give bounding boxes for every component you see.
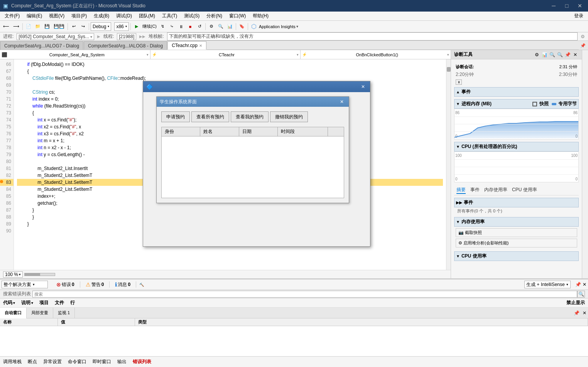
menu-analyze[interactable]: 分析(N): [203, 12, 225, 20]
status-breakpoints[interactable]: 断点: [28, 359, 37, 365]
diag-tab-events[interactable]: 事件: [470, 187, 480, 194]
status-output[interactable]: 输出: [117, 359, 127, 365]
maximize-button[interactable]: □: [562, 2, 572, 10]
menu-help[interactable]: 帮助(H): [250, 12, 272, 20]
menu-team[interactable]: 团队(M): [136, 12, 158, 20]
diag-pin-button[interactable]: 📌: [564, 51, 571, 58]
bottom-tab-auto[interactable]: 自动窗口: [0, 308, 27, 318]
status-error-list[interactable]: 错误列表: [133, 359, 151, 365]
scope-dropdown[interactable]: 整个解决方案 ▾: [2, 281, 48, 288]
diag-settings-button[interactable]: ⚙: [533, 51, 540, 58]
menu-debug[interactable]: 调试(D): [113, 12, 135, 20]
status-call-stack[interactable]: 调用堆栈: [3, 359, 22, 365]
forward-button[interactable]: ⟶: [12, 22, 21, 31]
toolbar-btn-9[interactable]: 📊: [226, 22, 234, 31]
back-button[interactable]: ⟵: [2, 22, 11, 31]
toolbar-btn-8[interactable]: 🔍: [216, 22, 225, 31]
apply-reservation-button[interactable]: 申请预约: [161, 111, 190, 122]
auto-window-close-button[interactable]: ✕: [581, 310, 588, 316]
restart-button[interactable]: ↺: [195, 22, 204, 31]
process-value[interactable]: [6952] Computer_Seat_Arg_Sys... ▾: [17, 33, 94, 40]
view-all-reservations-button[interactable]: 查看所有预约: [191, 111, 229, 122]
pin-button[interactable]: 📌: [579, 41, 587, 50]
stack-value[interactable]: 下面的框架可能不正确和/或缺失，没有方: [167, 32, 578, 40]
diag-chart-button[interactable]: 📊: [541, 51, 548, 58]
close-button[interactable]: ✕: [575, 2, 585, 10]
menu-build[interactable]: 生成(B): [91, 12, 112, 20]
diag-tab-memory[interactable]: 内存使用率: [484, 187, 507, 194]
code-scrollbar[interactable]: [446, 59, 451, 270]
function-dropdown[interactable]: ⚡ OnBnClickedButton1() ▾: [301, 50, 451, 59]
toolbar-btn-7[interactable]: ⚙: [207, 22, 216, 31]
scroll-thumb[interactable]: [24, 273, 55, 276]
outer-dialog-close-button[interactable]: ✕: [359, 83, 367, 90]
col-line[interactable]: 行: [70, 300, 75, 306]
diag-pause-button[interactable]: ⏸: [456, 79, 462, 85]
minimize-button[interactable]: ─: [549, 2, 559, 10]
diag-zoom-in-button[interactable]: 🔍: [549, 51, 556, 58]
events-sub-header[interactable]: ▶▶ 事件: [454, 198, 579, 207]
save-button[interactable]: 💾: [43, 22, 51, 31]
platform-dropdown[interactable]: x86▾: [114, 22, 128, 31]
status-immediate-window[interactable]: 即时窗口: [93, 359, 111, 365]
menu-file[interactable]: 文件(F): [2, 12, 23, 20]
diag-tab-summary[interactable]: 摘要: [456, 187, 466, 194]
error-search-button[interactable]: 🔍: [577, 291, 585, 298]
scope-dropdown[interactable]: ⚡ CTeachr ▾: [150, 50, 301, 59]
build-intellisense-dropdown[interactable]: 生成 + IntelliSense ▾: [524, 281, 571, 288]
redo-button[interactable]: ↪: [79, 22, 87, 31]
tab-dialog7[interactable]: ComputerSeatArg...IALOG7 - Dialog: [0, 41, 83, 50]
col-file[interactable]: 文件: [55, 300, 64, 306]
progress-settings-icon[interactable]: ⚙: [581, 34, 585, 39]
login-button[interactable]: 登录: [571, 12, 586, 20]
new-project-button[interactable]: 📄: [24, 22, 33, 31]
col-code[interactable]: 代码▾: [3, 300, 15, 306]
application-insights-label[interactable]: Application Insights: [259, 24, 296, 29]
cpu-header[interactable]: ▼ CPU (所有处理器的百分比): [454, 142, 579, 152]
message-badge[interactable]: ℹ 消息 0: [113, 281, 133, 288]
auto-window-pin-button[interactable]: 📌: [572, 310, 581, 316]
event-section-header[interactable]: ▲ 事件: [454, 87, 579, 97]
menu-tools[interactable]: 工具(T): [159, 12, 180, 20]
sidebar-label[interactable]: 诊断工具: [582, 50, 588, 53]
view-my-reservations-button[interactable]: 查看我的预约: [231, 111, 269, 122]
col-project[interactable]: 项目: [39, 300, 49, 306]
menu-project[interactable]: 项目(P): [68, 12, 90, 20]
inner-dialog[interactable]: 学生操作系统界面 ✕ 申请预约 查看所有预约 查看我的预约 撤销我的预约 身份 …: [156, 96, 349, 203]
warning-badge[interactable]: ⚠ 警告 0: [83, 281, 106, 288]
toolbar-btn-5[interactable]: ↯: [158, 22, 167, 31]
zoom-dropdown[interactable]: 100 %▾: [3, 271, 23, 278]
error-bar-close-button[interactable]: ✕: [583, 282, 586, 287]
error-search-input[interactable]: [32, 291, 577, 298]
diag-zoom-out-button[interactable]: 🔍: [556, 51, 563, 58]
debug-config-dropdown[interactable]: Debug▾: [91, 22, 111, 31]
tab-close-icon[interactable]: ✕: [199, 44, 202, 48]
menu-test[interactable]: 测试(S): [181, 12, 203, 20]
bottom-tab-local[interactable]: 局部变量: [27, 308, 53, 318]
class-dropdown[interactable]: ⬛ Computer_Seat_Arg_System ▾: [0, 50, 150, 59]
tab-dialog8[interactable]: ComputerSeatArg...IALOG8 - Dialog: [84, 41, 167, 50]
memory-sub-header[interactable]: ▼ 内存使用率: [454, 217, 579, 227]
tab-cteachr[interactable]: CTeachr.cpp ✕: [167, 41, 206, 50]
continue-button[interactable]: ▶: [132, 22, 141, 31]
cancel-reservation-button[interactable]: 撤销我的预约: [270, 111, 308, 122]
error-badge[interactable]: ⊗ 错误 0: [54, 281, 77, 288]
thread-value[interactable]: [21988]: [117, 33, 136, 40]
stop-button[interactable]: ■: [186, 22, 194, 31]
pause-button[interactable]: ⏸: [177, 22, 185, 31]
undo-button[interactable]: ↩: [69, 22, 78, 31]
error-bar-pin-button[interactable]: 📌: [575, 282, 581, 287]
save-all-button[interactable]: 💾💾: [52, 22, 66, 31]
status-command-window[interactable]: 命令窗口: [68, 359, 86, 365]
toolbar-btn-6[interactable]: ⤷: [167, 22, 176, 31]
inner-dialog-close-button[interactable]: ✕: [338, 98, 346, 105]
status-exceptions[interactable]: 异常设置: [43, 359, 62, 365]
snapshot-button[interactable]: 📷 截取快照: [456, 228, 577, 237]
menu-window[interactable]: 窗口(W): [226, 12, 249, 20]
insights-dropdown-arrow[interactable]: ▾: [296, 24, 298, 29]
bookmark-button[interactable]: 🔖: [238, 22, 246, 31]
diag-tab-cpu[interactable]: CPU 使用率: [512, 187, 537, 194]
bottom-tab-watch[interactable]: 监视 1: [53, 308, 75, 318]
diag-close-button[interactable]: ✕: [572, 51, 579, 58]
menu-edit[interactable]: 编辑(E): [24, 12, 45, 20]
